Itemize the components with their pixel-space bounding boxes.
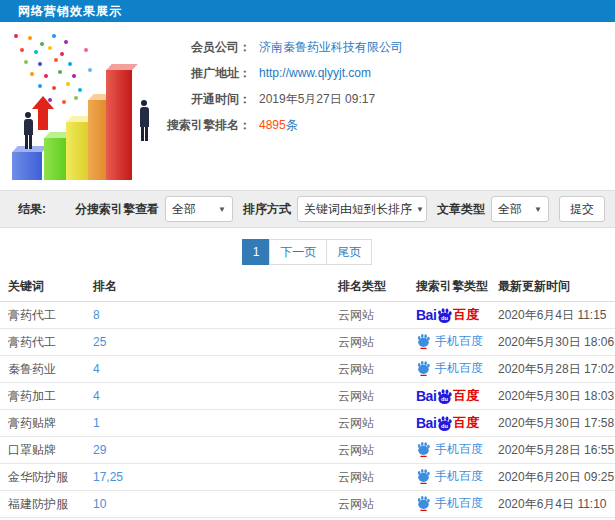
col-header-rank: 排名	[85, 273, 330, 302]
updated-cell: 2020年5月28日 16:55	[490, 437, 615, 464]
keyword-cell: 膏药代工	[0, 329, 85, 356]
table-row: 口罩贴牌 29 云网站 Bai du 百度	[0, 437, 615, 464]
rank-link[interactable]: 25	[93, 335, 106, 349]
rank-type-cell: 云网站	[330, 302, 408, 329]
baidu-pc-logo: Bai du 百度	[416, 415, 479, 432]
open-time-label: 开通时间：	[155, 91, 251, 108]
last-page-button[interactable]: 尾页	[326, 239, 372, 265]
engine-type-cell: Bai du 百度	[408, 329, 490, 356]
mobile-baidu-logo: 手机百度	[416, 360, 483, 376]
open-time-row: 开通时间： 2019年5月27日 09:17	[155, 86, 403, 112]
rank-cell: 8	[85, 302, 330, 329]
updated-cell: 2020年5月30日 17:58	[490, 410, 615, 437]
rank-cell: 29	[85, 437, 330, 464]
rank-cell: 17,25	[85, 464, 330, 491]
pagination: 1 下一页 尾页	[0, 239, 615, 265]
sort-select[interactable]: 关键词由短到长排序▼	[297, 196, 427, 222]
rank-type-cell: 云网站	[330, 491, 408, 518]
businessman-figure-left	[22, 112, 34, 149]
chart-bar-blue	[12, 152, 42, 180]
keyword-cell: 秦鲁药业	[0, 356, 85, 383]
keyword-cell: 口罩贴牌	[0, 437, 85, 464]
keyword-cell: 福建防护服	[0, 491, 85, 518]
company-link[interactable]: 济南秦鲁药业科技有限公司	[259, 39, 403, 56]
promo-url-label: 推广地址：	[155, 65, 251, 82]
updated-cell: 2020年6月4日 11:10	[490, 491, 615, 518]
chevron-down-icon: ▼	[218, 205, 226, 214]
submit-button[interactable]: 提交	[559, 196, 605, 222]
baidu-paw-icon	[416, 495, 431, 511]
table-row: 膏药贴牌 1 云网站 Bai du 百度	[0, 410, 615, 437]
col-header-engine-type: 搜索引擎类型	[408, 273, 490, 302]
updated-cell: 2020年6月4日 11:15	[490, 302, 615, 329]
member-info-section: 会员公司： 济南秦鲁药业科技有限公司 推广地址： http://www.qlyy…	[0, 22, 615, 188]
engine-filter-label: 分搜索引擎查看	[75, 201, 159, 218]
rank-type-cell: 云网站	[330, 437, 408, 464]
result-label: 结果:	[18, 201, 46, 218]
baidu-pc-logo: Bai du 百度	[416, 388, 479, 405]
article-type-label: 文章类型	[437, 201, 485, 218]
sort-label: 排序方式	[243, 201, 291, 218]
open-time-value: 2019年5月27日 09:17	[259, 91, 375, 108]
rank-count-value: 4895条	[259, 117, 298, 134]
page-1-button[interactable]: 1	[242, 239, 271, 265]
rank-cell: 10	[85, 491, 330, 518]
filter-bar: 结果: 分搜索引擎查看 全部▼ 排序方式 关键词由短到长排序▼ 文章类型 全部▼…	[0, 190, 615, 228]
rank-type-cell: 云网站	[330, 410, 408, 437]
rank-cell: 25	[85, 329, 330, 356]
keyword-cell: 膏药加工	[0, 383, 85, 410]
updated-cell: 2020年5月30日 18:03	[490, 383, 615, 410]
table-header-row: 关键词 排名 排名类型 搜索引擎类型 最新更新时间	[0, 273, 615, 302]
baidu-pc-logo: Bai du 百度	[416, 307, 479, 324]
chevron-down-icon: ▼	[534, 205, 542, 214]
page-header: 网络营销效果展示	[0, 0, 615, 22]
article-type-select[interactable]: 全部▼	[491, 196, 549, 222]
promo-url-link[interactable]: http://www.qlyyjt.com	[259, 66, 371, 80]
engine-type-cell: Bai du 百度	[408, 410, 490, 437]
rank-link[interactable]: 1	[93, 416, 100, 430]
page-title: 网络营销效果展示	[18, 4, 122, 18]
rank-cell: 4	[85, 356, 330, 383]
member-info-list: 会员公司： 济南秦鲁药业科技有限公司 推广地址： http://www.qlyy…	[155, 34, 403, 138]
rank-type-cell: 云网站	[330, 464, 408, 491]
mobile-baidu-logo: 手机百度	[416, 441, 483, 457]
svg-text:du: du	[441, 395, 448, 401]
baidu-paw-icon	[416, 441, 431, 457]
rank-link[interactable]: 4	[93, 389, 100, 403]
results-table: 关键词 排名 排名类型 搜索引擎类型 最新更新时间 膏药代工 8 云网站 Bai…	[0, 273, 615, 520]
rank-type-cell: 云网站	[330, 329, 408, 356]
rank-type-cell: 云网站	[330, 383, 408, 410]
table-row: 福建防护服 10 云网站 Bai du 百度	[0, 491, 615, 518]
engine-type-cell: Bai du 百度	[408, 464, 490, 491]
rank-link[interactable]: 17,25	[93, 470, 123, 484]
svg-text:du: du	[441, 314, 448, 320]
engine-type-cell: Bai du 百度	[408, 356, 490, 383]
baidu-paw-icon: du	[436, 307, 453, 324]
rank-link[interactable]: 29	[93, 443, 106, 457]
baidu-paw-icon	[416, 360, 431, 376]
rank-link[interactable]: 10	[93, 497, 106, 511]
col-header-updated: 最新更新时间	[490, 273, 615, 302]
mobile-baidu-logo: 手机百度	[416, 495, 483, 511]
rank-count-label: 搜索引擎排名：	[155, 117, 251, 134]
growth-arrow-icon	[32, 96, 54, 132]
rank-type-cell: 云网站	[330, 356, 408, 383]
confetti-dots	[14, 34, 18, 38]
engine-type-cell: Bai du 百度	[408, 302, 490, 329]
baidu-paw-icon	[416, 333, 431, 349]
marketing-chart-image	[6, 30, 170, 184]
rank-link[interactable]: 8	[93, 308, 100, 322]
table-row: 秦鲁药业 4 云网站 Bai du 百度	[0, 356, 615, 383]
businessman-figure-right	[138, 100, 150, 141]
engine-type-cell: Bai du 百度	[408, 383, 490, 410]
rank-link[interactable]: 4	[93, 362, 100, 376]
company-row: 会员公司： 济南秦鲁药业科技有限公司	[155, 34, 403, 60]
chart-bar-red	[106, 70, 132, 180]
next-page-button[interactable]: 下一页	[269, 239, 327, 265]
engine-filter-select[interactable]: 全部▼	[165, 196, 233, 222]
mobile-baidu-logo: 手机百度	[416, 468, 483, 484]
company-label: 会员公司：	[155, 39, 251, 56]
keyword-cell: 金华防护服	[0, 464, 85, 491]
mobile-baidu-logo: 手机百度	[416, 333, 483, 349]
svg-text:du: du	[441, 422, 448, 428]
